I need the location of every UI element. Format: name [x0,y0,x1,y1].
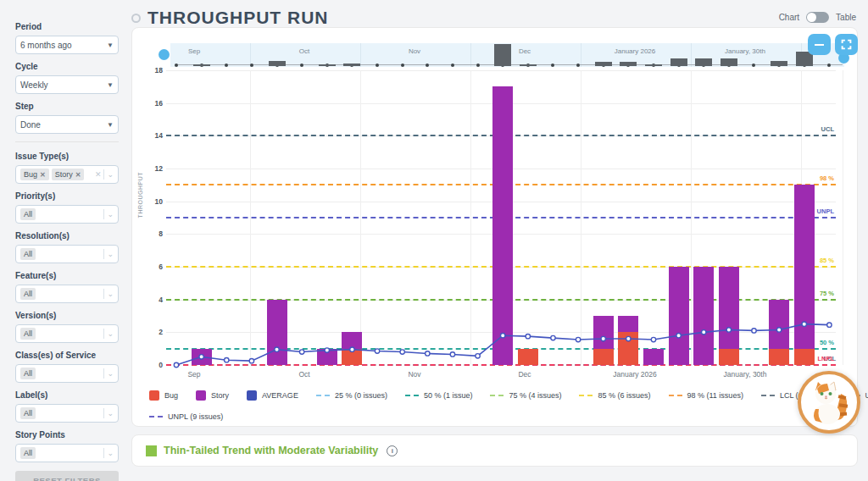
filter-select-issue-type-s-[interactable]: Bug✕Story✕✕⌄ [15,165,119,184]
zoom-out-button[interactable] [808,34,831,55]
average-point-week-20[interactable] [651,337,655,341]
average-point-week-19[interactable] [626,336,631,340]
legend-label: 85 % (6 issues) [598,391,650,400]
legend-item-50-1-issue-[interactable]: 50 % (1 issue) [405,391,473,400]
filter-select-priority-s-[interactable]: All⌄ [15,205,119,224]
chevron-down-icon[interactable]: ⌄ [107,290,114,298]
average-point-week-2[interactable] [199,355,203,359]
average-point-week-8[interactable] [350,347,354,351]
average-point-week-26[interactable] [802,322,806,326]
legend-item-bug[interactable]: Bug [149,390,178,401]
chip-bug[interactable]: Bug✕ [20,169,49,180]
toggle-table-label[interactable]: Table [836,13,856,22]
average-point-week-24[interactable] [752,329,756,333]
toggle-chart-label[interactable]: Chart [779,13,799,22]
chip-all[interactable]: All [20,288,36,300]
chip-all[interactable]: All [20,368,36,379]
average-point-week-22[interactable] [702,330,706,334]
brush-dot-week-3 [225,64,228,67]
filter-label-step: Step [15,102,119,111]
brush-bar-week-14 [494,44,511,66]
filter-select-resolution-s-[interactable]: All⌄ [15,245,119,263]
divider [103,289,104,299]
legend-item-25-0-issues-[interactable]: 25 % (0 issues) [316,391,387,400]
reset-filters-button[interactable]: RESET FILTERS [15,471,119,481]
filter-select-step[interactable]: Done▼ [15,115,119,134]
filter-select-label-s-[interactable]: All⌄ [15,404,119,423]
chevron-down-icon[interactable]: ⌄ [107,449,114,457]
legend-swatch [669,395,682,396]
average-point-week-11[interactable] [426,351,430,356]
filter-label-class-es-of-service: Class(es) of Service [15,351,119,360]
average-point-week-5[interactable] [275,347,279,351]
average-point-week-4[interactable] [249,358,253,362]
chevron-down-icon[interactable]: ⌄ [107,170,114,179]
chevron-down-icon[interactable]: ⌄ [107,369,114,378]
legend-row-2: UNPL (9 issues) [149,412,223,421]
chip-all[interactable]: All [20,407,36,419]
chip-all[interactable]: All [20,447,36,459]
brush-month-1: Oct [299,47,309,55]
legend-row-1: BugStoryAVERAGE25 % (0 issues)50 % (1 is… [149,390,868,401]
chevron-down-icon[interactable]: ⌄ [107,210,114,218]
legend-item-average[interactable]: AVERAGE [247,390,298,401]
average-point-week-16[interactable] [551,335,555,340]
divider [103,448,104,458]
filter-select-class-es-of-service[interactable]: All⌄ [15,364,119,383]
chip-all[interactable]: All [20,248,36,260]
page-header: THROUGHPUT RUN [131,8,329,28]
filter-select-period[interactable]: 6 months ago▼ [15,36,119,54]
assistant-cat-avatar[interactable] [798,371,860,434]
caret-down-icon[interactable]: ▼ [107,41,114,49]
average-point-week-23[interactable] [726,328,731,332]
average-point-week-9[interactable] [375,349,379,353]
average-point-week-10[interactable] [400,350,404,354]
average-point-week-13[interactable] [476,354,480,358]
average-point-week-3[interactable] [225,358,229,362]
clear-all-icon[interactable]: ✕ [95,170,102,179]
chip-remove-icon[interactable]: ✕ [75,171,81,179]
brush-handle-left[interactable] [159,49,170,60]
chevron-down-icon[interactable]: ⌄ [107,250,114,258]
chevron-down-icon[interactable]: ⌄ [107,409,114,417]
filter-select-story-points[interactable]: All⌄ [15,444,119,462]
average-point-week-27[interactable] [827,323,832,327]
view-toggle-switch[interactable] [806,12,829,23]
brush-dot-week-9 [376,64,379,67]
chip-story[interactable]: Story✕ [52,169,85,180]
average-point-week-12[interactable] [450,352,454,357]
chip-all[interactable]: All [20,328,36,340]
average-point-week-14[interactable] [500,334,504,338]
filter-select-cycle[interactable]: Weekly▼ [15,75,119,94]
average-point-week-18[interactable] [601,336,605,340]
chevron-down-icon[interactable]: ⌄ [107,329,114,338]
gridline-month-6 [843,70,843,365]
legend-item-85-6-issues-[interactable]: 85 % (6 issues) [579,391,650,400]
info-icon[interactable]: i [387,445,398,456]
average-point-week-17[interactable] [576,337,580,341]
legend-item-75-4-issues-[interactable]: 75 % (4 issues) [490,391,561,400]
chip-remove-icon[interactable]: ✕ [40,171,46,179]
legend-label: UCL (14 issues) [865,391,868,400]
select-value: Done [20,120,107,130]
caret-down-icon[interactable]: ▼ [107,121,114,129]
average-point-week-1[interactable] [174,362,178,367]
fullscreen-button[interactable] [835,34,858,55]
chip-all[interactable]: All [20,208,36,220]
filter-select-version-s-[interactable]: All⌄ [15,324,119,343]
y-tick-14: 14 [142,131,163,140]
legend-item-story[interactable]: Story [196,390,229,401]
average-point-week-7[interactable] [325,348,329,352]
brush-bar-week-19 [620,62,637,66]
average-point-week-21[interactable] [676,334,681,338]
caret-down-icon[interactable]: ▼ [107,81,114,89]
y-tick-4: 4 [142,296,163,304]
legend-item-unpl-9-issues-[interactable]: UNPL (9 issues) [149,412,223,421]
legend-label: AVERAGE [262,391,298,400]
average-point-week-25[interactable] [776,328,781,332]
average-point-week-6[interactable] [299,350,303,354]
trend-status-card: Thin-Tailed Trend with Moderate Variabil… [131,434,858,467]
filter-select-feature-s-[interactable]: All⌄ [15,285,119,303]
average-point-week-15[interactable] [526,334,530,338]
legend-item-98-11-issues-[interactable]: 98 % (11 issues) [669,391,743,400]
